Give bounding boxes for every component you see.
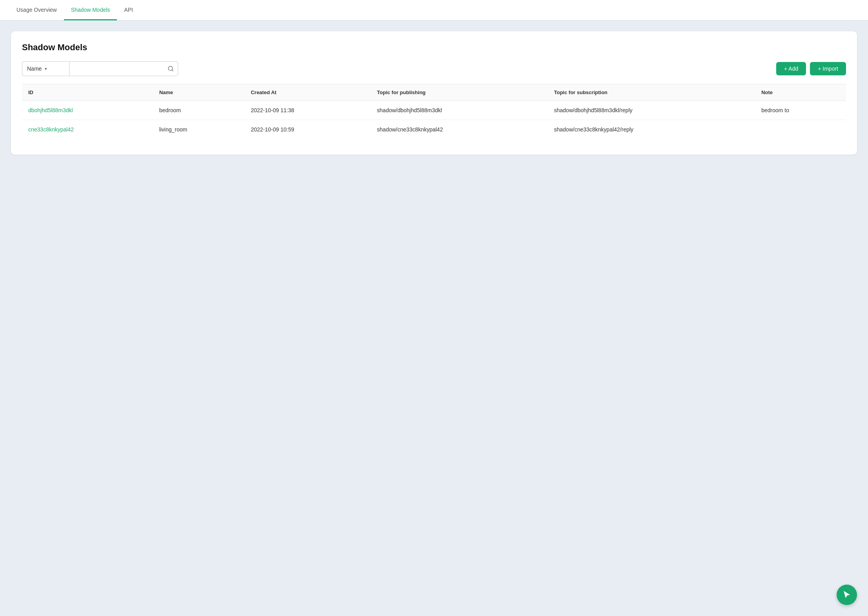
cell-topic-subscription-0: shadow/dbohjhd5l88m3dkl/reply: [548, 101, 755, 120]
svg-line-1: [172, 70, 173, 71]
search-input-wrap: [69, 61, 178, 76]
cell-created-at-1: 2022-10-09 10:59: [244, 120, 370, 139]
cell-id-0[interactable]: dbohjhd5l88m3dkl: [22, 101, 153, 120]
col-header-topic-publishing: Topic for publishing: [371, 84, 548, 101]
toolbar-left: Name ▾: [22, 61, 178, 76]
cell-name-0: bedroom: [153, 101, 245, 120]
page-title: Shadow Models: [22, 42, 846, 53]
table-row: cne33c8knkypal42 living_room 2022-10-09 …: [22, 120, 846, 139]
main-content: Shadow Models Name ▾: [0, 20, 868, 166]
col-header-created-at: Created At: [244, 84, 370, 101]
row-id-link-0[interactable]: dbohjhd5l88m3dkl: [28, 107, 73, 113]
col-header-note: Note: [755, 84, 846, 101]
table-head: ID Name Created At Topic for publishing …: [22, 84, 846, 101]
import-button[interactable]: + Import: [810, 62, 846, 75]
search-icon: [168, 66, 174, 72]
search-button[interactable]: [164, 62, 178, 76]
tab-api[interactable]: API: [117, 0, 140, 20]
cell-topic-publishing-1: shadow/cne33c8knkypal42: [371, 120, 548, 139]
filter-select[interactable]: Name ▾: [22, 61, 69, 76]
card: Shadow Models Name ▾: [11, 31, 857, 155]
cell-note-1: [755, 120, 846, 139]
row-id-link-1[interactable]: cne33c8knkypal42: [28, 126, 74, 133]
table-header-row: ID Name Created At Topic for publishing …: [22, 84, 846, 101]
cursor-icon: [842, 590, 852, 600]
table-row: dbohjhd5l88m3dkl bedroom 2022-10-09 11:3…: [22, 101, 846, 120]
fab-button[interactable]: [837, 585, 857, 605]
data-table: ID Name Created At Topic for publishing …: [22, 84, 846, 139]
toolbar: Name ▾ + Add + Import: [22, 61, 846, 76]
cell-note-0: bedroom to: [755, 101, 846, 120]
cell-topic-subscription-1: shadow/cne33c8knkypal42/reply: [548, 120, 755, 139]
toolbar-right: + Add + Import: [776, 62, 846, 75]
cell-topic-publishing-0: shadow/dbohjhd5l88m3dkl: [371, 101, 548, 120]
cell-id-1[interactable]: cne33c8knkypal42: [22, 120, 153, 139]
tab-usage-overview[interactable]: Usage Overview: [9, 0, 64, 20]
cell-name-1: living_room: [153, 120, 245, 139]
search-input[interactable]: [69, 62, 164, 75]
filter-label: Name: [27, 66, 42, 72]
chevron-down-icon: ▾: [45, 66, 47, 71]
col-header-id: ID: [22, 84, 153, 101]
top-nav: Usage Overview Shadow Models API: [0, 0, 868, 20]
add-button[interactable]: + Add: [776, 62, 806, 75]
col-header-topic-subscription: Topic for subscription: [548, 84, 755, 101]
table-body: dbohjhd5l88m3dkl bedroom 2022-10-09 11:3…: [22, 101, 846, 139]
cell-created-at-0: 2022-10-09 11:38: [244, 101, 370, 120]
tab-shadow-models[interactable]: Shadow Models: [64, 0, 117, 20]
col-header-name: Name: [153, 84, 245, 101]
